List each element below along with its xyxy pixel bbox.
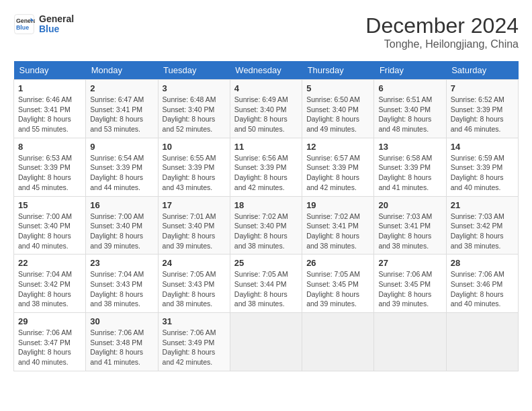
calendar-cell: 12Sunrise: 6:57 AMSunset: 3:39 PMDayligh… bbox=[302, 138, 374, 196]
day-number: 13 bbox=[378, 142, 441, 152]
day-info: Sunrise: 6:59 AMSunset: 3:39 PMDaylight:… bbox=[451, 153, 514, 193]
calendar-cell: 2Sunrise: 6:47 AMSunset: 3:41 PMDaylight… bbox=[86, 80, 158, 138]
calendar-cell: 8Sunrise: 6:53 AMSunset: 3:39 PMDaylight… bbox=[14, 138, 86, 196]
day-info: Sunrise: 6:55 AMSunset: 3:39 PMDaylight:… bbox=[163, 153, 226, 193]
day-number: 17 bbox=[163, 200, 226, 210]
weekday-header-saturday: Saturday bbox=[446, 61, 518, 80]
day-number: 29 bbox=[18, 316, 81, 326]
calendar-table: SundayMondayTuesdayWednesdayThursdayFrid… bbox=[13, 61, 519, 371]
day-number: 15 bbox=[18, 200, 81, 210]
calendar-cell: 28Sunrise: 7:06 AMSunset: 3:46 PMDayligh… bbox=[446, 255, 518, 313]
calendar-cell: 10Sunrise: 6:55 AMSunset: 3:39 PMDayligh… bbox=[158, 138, 230, 196]
day-info: Sunrise: 6:58 AMSunset: 3:39 PMDaylight:… bbox=[378, 153, 441, 193]
weekday-header-friday: Friday bbox=[374, 61, 446, 80]
day-info: Sunrise: 6:47 AMSunset: 3:41 PMDaylight:… bbox=[90, 95, 153, 134]
calendar-cell: 27Sunrise: 7:06 AMSunset: 3:45 PMDayligh… bbox=[374, 255, 446, 313]
calendar-body: 1Sunrise: 6:46 AMSunset: 3:41 PMDaylight… bbox=[14, 80, 519, 371]
day-info: Sunrise: 7:04 AMSunset: 3:43 PMDaylight:… bbox=[90, 269, 153, 309]
calendar-header-row: SundayMondayTuesdayWednesdayThursdayFrid… bbox=[14, 61, 519, 80]
calendar-cell: 4Sunrise: 6:49 AMSunset: 3:40 PMDaylight… bbox=[230, 80, 302, 138]
calendar-cell bbox=[446, 313, 518, 371]
day-number: 10 bbox=[163, 142, 226, 152]
day-number: 27 bbox=[378, 258, 441, 268]
weekday-header-thursday: Thursday bbox=[302, 61, 374, 80]
day-number: 31 bbox=[163, 316, 226, 326]
day-number: 25 bbox=[234, 258, 298, 268]
day-number: 8 bbox=[18, 142, 81, 152]
calendar-cell: 25Sunrise: 7:05 AMSunset: 3:44 PMDayligh… bbox=[230, 255, 302, 313]
calendar-cell bbox=[230, 313, 302, 371]
day-number: 19 bbox=[306, 200, 369, 210]
day-info: Sunrise: 6:50 AMSunset: 3:40 PMDaylight:… bbox=[306, 95, 369, 134]
day-info: Sunrise: 6:57 AMSunset: 3:39 PMDaylight:… bbox=[306, 153, 369, 193]
calendar-cell: 21Sunrise: 7:03 AMSunset: 3:42 PMDayligh… bbox=[446, 196, 518, 255]
day-number: 12 bbox=[306, 142, 369, 152]
day-number: 5 bbox=[306, 83, 369, 93]
day-info: Sunrise: 7:01 AMSunset: 3:40 PMDaylight:… bbox=[163, 212, 226, 251]
day-number: 7 bbox=[451, 83, 514, 93]
day-number: 9 bbox=[90, 142, 153, 152]
day-info: Sunrise: 7:00 AMSunset: 3:40 PMDaylight:… bbox=[90, 212, 153, 251]
page-header: General Blue General Blue December 2024 … bbox=[13, 13, 519, 50]
calendar-cell: 6Sunrise: 6:51 AMSunset: 3:40 PMDaylight… bbox=[374, 80, 446, 138]
svg-text:Blue: Blue bbox=[16, 24, 29, 31]
calendar-cell: 23Sunrise: 7:04 AMSunset: 3:43 PMDayligh… bbox=[86, 255, 158, 313]
day-number: 16 bbox=[90, 200, 153, 210]
day-info: Sunrise: 7:06 AMSunset: 3:49 PMDaylight:… bbox=[163, 328, 226, 367]
day-info: Sunrise: 7:00 AMSunset: 3:40 PMDaylight:… bbox=[18, 212, 81, 251]
day-number: 22 bbox=[18, 258, 81, 268]
day-number: 18 bbox=[234, 200, 298, 210]
calendar-cell: 13Sunrise: 6:58 AMSunset: 3:39 PMDayligh… bbox=[374, 138, 446, 196]
calendar-cell: 30Sunrise: 7:06 AMSunset: 3:48 PMDayligh… bbox=[86, 313, 158, 371]
day-info: Sunrise: 7:02 AMSunset: 3:40 PMDaylight:… bbox=[234, 212, 298, 251]
day-number: 4 bbox=[234, 83, 298, 93]
logo: General Blue General Blue bbox=[13, 13, 74, 35]
day-info: Sunrise: 6:49 AMSunset: 3:40 PMDaylight:… bbox=[234, 95, 298, 134]
day-number: 3 bbox=[163, 83, 226, 93]
day-info: Sunrise: 7:03 AMSunset: 3:41 PMDaylight:… bbox=[378, 212, 441, 251]
calendar-week-2: 8Sunrise: 6:53 AMSunset: 3:39 PMDaylight… bbox=[14, 138, 519, 196]
weekday-header-tuesday: Tuesday bbox=[158, 61, 230, 80]
location-subtitle: Tonghe, Heilongjiang, China bbox=[365, 38, 519, 50]
day-info: Sunrise: 6:51 AMSunset: 3:40 PMDaylight:… bbox=[378, 95, 441, 134]
calendar-cell: 5Sunrise: 6:50 AMSunset: 3:40 PMDaylight… bbox=[302, 80, 374, 138]
day-info: Sunrise: 7:05 AMSunset: 3:44 PMDaylight:… bbox=[234, 269, 298, 309]
month-title: December 2024 bbox=[365, 13, 519, 38]
calendar-cell bbox=[302, 313, 374, 371]
calendar-cell: 3Sunrise: 6:48 AMSunset: 3:40 PMDaylight… bbox=[158, 80, 230, 138]
calendar-cell: 7Sunrise: 6:52 AMSunset: 3:39 PMDaylight… bbox=[446, 80, 518, 138]
day-info: Sunrise: 7:06 AMSunset: 3:45 PMDaylight:… bbox=[378, 269, 441, 309]
weekday-header-sunday: Sunday bbox=[14, 61, 86, 80]
day-number: 11 bbox=[234, 142, 298, 152]
day-number: 2 bbox=[90, 83, 153, 93]
day-info: Sunrise: 7:02 AMSunset: 3:41 PMDaylight:… bbox=[306, 212, 369, 251]
calendar-cell: 22Sunrise: 7:04 AMSunset: 3:42 PMDayligh… bbox=[14, 255, 86, 313]
calendar-cell: 29Sunrise: 7:06 AMSunset: 3:47 PMDayligh… bbox=[14, 313, 86, 371]
day-info: Sunrise: 6:46 AMSunset: 3:41 PMDaylight:… bbox=[18, 95, 81, 134]
day-number: 24 bbox=[163, 258, 226, 268]
calendar-cell: 26Sunrise: 7:05 AMSunset: 3:45 PMDayligh… bbox=[302, 255, 374, 313]
day-info: Sunrise: 7:06 AMSunset: 3:48 PMDaylight:… bbox=[90, 328, 153, 367]
calendar-cell: 19Sunrise: 7:02 AMSunset: 3:41 PMDayligh… bbox=[302, 196, 374, 255]
day-info: Sunrise: 6:56 AMSunset: 3:39 PMDaylight:… bbox=[234, 153, 298, 193]
calendar-cell: 15Sunrise: 7:00 AMSunset: 3:40 PMDayligh… bbox=[14, 196, 86, 255]
day-info: Sunrise: 7:06 AMSunset: 3:46 PMDaylight:… bbox=[451, 269, 514, 309]
day-info: Sunrise: 7:04 AMSunset: 3:42 PMDaylight:… bbox=[18, 269, 81, 309]
calendar-cell bbox=[374, 313, 446, 371]
day-info: Sunrise: 6:48 AMSunset: 3:40 PMDaylight:… bbox=[163, 95, 226, 134]
day-number: 14 bbox=[451, 142, 514, 152]
day-info: Sunrise: 7:06 AMSunset: 3:47 PMDaylight:… bbox=[18, 328, 81, 367]
day-number: 23 bbox=[90, 258, 153, 268]
logo-text-blue: Blue bbox=[39, 24, 74, 34]
calendar-week-1: 1Sunrise: 6:46 AMSunset: 3:41 PMDaylight… bbox=[14, 80, 519, 138]
weekday-header-monday: Monday bbox=[86, 61, 158, 80]
calendar-cell: 16Sunrise: 7:00 AMSunset: 3:40 PMDayligh… bbox=[86, 196, 158, 255]
logo-icon: General Blue bbox=[13, 13, 35, 35]
day-number: 6 bbox=[378, 83, 441, 93]
day-info: Sunrise: 7:03 AMSunset: 3:42 PMDaylight:… bbox=[451, 212, 514, 251]
calendar-cell: 14Sunrise: 6:59 AMSunset: 3:39 PMDayligh… bbox=[446, 138, 518, 196]
calendar-cell: 24Sunrise: 7:05 AMSunset: 3:43 PMDayligh… bbox=[158, 255, 230, 313]
calendar-week-5: 29Sunrise: 7:06 AMSunset: 3:47 PMDayligh… bbox=[14, 313, 519, 371]
day-info: Sunrise: 6:54 AMSunset: 3:39 PMDaylight:… bbox=[90, 153, 153, 193]
calendar-cell: 11Sunrise: 6:56 AMSunset: 3:39 PMDayligh… bbox=[230, 138, 302, 196]
